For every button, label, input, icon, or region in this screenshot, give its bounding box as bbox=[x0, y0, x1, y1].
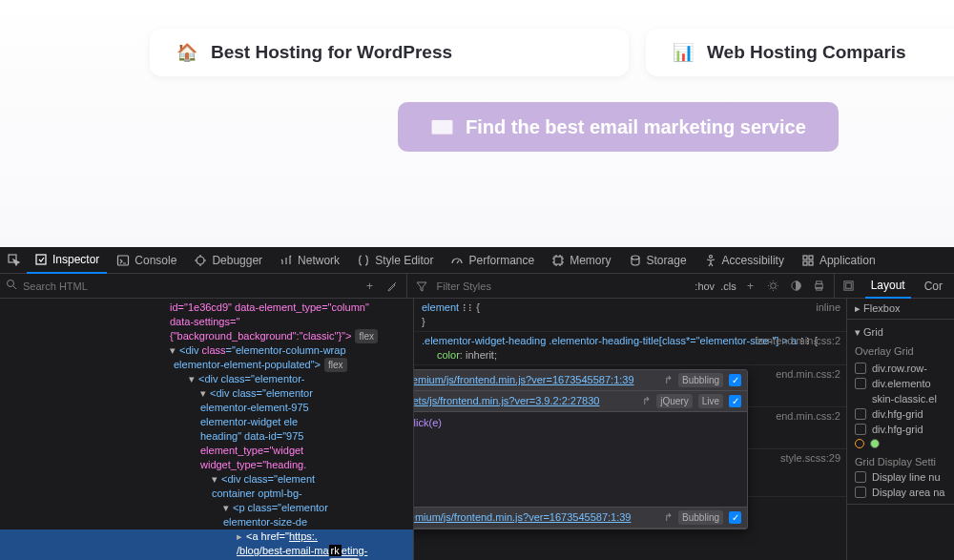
cls-toggle[interactable]: .cls bbox=[720, 280, 736, 292]
css-source[interactable]: frontend.min.css:2 bbox=[755, 334, 840, 348]
checkbox[interactable] bbox=[855, 487, 866, 498]
display-line-numbers[interactable]: Display line nu bbox=[855, 469, 946, 485]
enable-checkbox[interactable]: ✓ bbox=[729, 374, 741, 386]
pill-label: Best Hosting for WordPress bbox=[211, 42, 452, 63]
tab-storage[interactable]: Storage bbox=[621, 247, 695, 274]
css-property[interactable]: color bbox=[422, 349, 460, 361]
dom-text: widget_type="heading. bbox=[200, 459, 306, 470]
computed-tab[interactable]: Cor bbox=[919, 280, 948, 293]
live-badge: Live bbox=[698, 394, 723, 408]
dom-tree-pane[interactable]: id="1e36cd9" data-element_type="column" … bbox=[0, 299, 414, 560]
dom-text: elementor-column-wrap bbox=[236, 344, 346, 356]
goto-icon[interactable]: ↱ bbox=[664, 510, 673, 525]
flexbox-section[interactable]: ▸ Flexbox bbox=[855, 300, 901, 317]
event-row-click-2[interactable]: ▸click …per-premium/js/frontend.min.js?v… bbox=[414, 507, 747, 529]
section-label: Flexbox bbox=[863, 302, 901, 314]
tab-debugger[interactable]: Debugger bbox=[186, 247, 270, 274]
tab-console[interactable]: Console bbox=[109, 247, 184, 274]
selected-dom-node[interactable]: ▸<a href="https:. bbox=[0, 529, 413, 544]
eyedropper-button[interactable] bbox=[384, 278, 401, 295]
dom-text: element_type="widget bbox=[200, 445, 303, 456]
dom-text: heading" data-id="975 bbox=[200, 430, 303, 442]
event-source[interactable]: …per-premium/js/frontend.min.js?ver=1673… bbox=[414, 510, 658, 525]
dom-text: class bbox=[202, 344, 226, 356]
goto-icon[interactable]: ↱ bbox=[664, 373, 673, 387]
dom-text: <div class="elementor bbox=[210, 387, 313, 399]
light-dark-button[interactable] bbox=[765, 278, 782, 295]
hosting-wordpress-button[interactable]: 🏠 Best Hosting for WordPress bbox=[150, 29, 629, 76]
tab-network[interactable]: Network bbox=[272, 247, 347, 274]
checkbox[interactable] bbox=[855, 363, 866, 374]
tab-inspector[interactable]: Inspector bbox=[27, 247, 107, 274]
grid-overlay-item[interactable]: div.hfg-grid bbox=[855, 406, 946, 422]
hosting-comparison-button[interactable]: 📊 Web Hosting Comparis bbox=[646, 29, 954, 76]
layout-tab[interactable]: Layout bbox=[865, 274, 911, 299]
dom-text: container optml-bg- bbox=[212, 487, 302, 499]
display-area-names[interactable]: Display area na bbox=[855, 485, 946, 500]
event-source[interactable]: …tor/assets/js/frontend.min.js?ver=3.9.2… bbox=[414, 394, 636, 408]
checkbox[interactable] bbox=[855, 424, 866, 435]
styles-pane[interactable]: inline element ⫶⫶ { } frontend.min.css:2… bbox=[414, 299, 847, 560]
tab-memory[interactable]: Memory bbox=[544, 247, 618, 274]
item-label: div.elemento bbox=[872, 378, 931, 389]
tab-style-editor[interactable]: Style Editor bbox=[349, 247, 441, 274]
add-element-button[interactable]: + bbox=[361, 278, 378, 295]
enable-checkbox[interactable]: ✓ bbox=[729, 395, 741, 407]
email-marketing-cta[interactable]: ✉️ Find the best email marketing service bbox=[398, 102, 839, 152]
css-source[interactable]: style.scss:29 bbox=[780, 451, 840, 466]
css-value[interactable]: inherit bbox=[466, 349, 494, 361]
item-label: div.hfg-grid bbox=[872, 408, 923, 420]
svg-rect-8 bbox=[809, 256, 813, 259]
grid-overlay-item[interactable]: div.row.row- bbox=[855, 361, 946, 376]
flex-badge[interactable]: flex bbox=[355, 329, 378, 343]
jquery-badge: jQuery bbox=[656, 394, 692, 408]
event-row-auxclick[interactable]: ▸auxclick …-premium/js/frontend.min.js?v… bbox=[414, 370, 747, 391]
svg-point-3 bbox=[197, 257, 204, 264]
page-background: 🏠 Best Hosting for WordPress 📊 Web Hosti… bbox=[0, 0, 954, 247]
css-selector: .elementor-widget-heading .elementor-hea… bbox=[422, 335, 797, 346]
dom-text: ⫶⫶ bbox=[462, 301, 473, 313]
grid-overlay-item[interactable]: div.hfg-grid bbox=[855, 422, 946, 437]
tab-accessibility[interactable]: Accessibility bbox=[696, 247, 792, 274]
flex-badge[interactable]: flex bbox=[324, 358, 347, 372]
css-source[interactable]: end.min.css:2 bbox=[776, 409, 840, 424]
filter-styles-input[interactable] bbox=[436, 280, 689, 292]
tab-performance[interactable]: Performance bbox=[443, 247, 542, 274]
css-source[interactable]: inline bbox=[816, 301, 840, 315]
search-html-input[interactable] bbox=[23, 280, 355, 292]
enable-checkbox[interactable]: ✓ bbox=[729, 511, 741, 524]
svg-point-5 bbox=[632, 256, 639, 259]
color-dot-icon[interactable] bbox=[870, 439, 880, 448]
checkbox[interactable] bbox=[855, 408, 866, 420]
svg-rect-1 bbox=[36, 255, 46, 264]
color-dot-icon[interactable] bbox=[855, 439, 864, 448]
checkbox[interactable] bbox=[855, 471, 866, 483]
goto-icon[interactable]: ↱ bbox=[642, 394, 651, 408]
add-rule-button[interactable]: + bbox=[742, 278, 759, 295]
dom-text: elementor-size-de bbox=[223, 516, 307, 528]
dom-text: {"background_background":"classic"}"> bbox=[170, 330, 351, 342]
item-label: Display line nu bbox=[872, 471, 941, 483]
checkbox[interactable] bbox=[855, 378, 866, 389]
element-picker-button[interactable] bbox=[4, 247, 25, 274]
event-source[interactable]: …-premium/js/frontend.min.js?ver=1673545… bbox=[414, 373, 658, 387]
svg-point-11 bbox=[8, 280, 14, 287]
grid-overlay-item[interactable]: div.elemento bbox=[855, 376, 946, 391]
filter-icon bbox=[413, 278, 430, 295]
event-row-click[interactable]: ▾click …tor/assets/js/frontend.min.js?ve… bbox=[414, 391, 747, 412]
devtools-tabs: Inspector Console Debugger Network Style… bbox=[0, 247, 954, 274]
hov-toggle[interactable]: :hov bbox=[695, 280, 715, 292]
search-match: rk bbox=[329, 545, 342, 556]
css-selector: element bbox=[422, 301, 459, 313]
tab-label: Application bbox=[819, 254, 876, 267]
tab-label: Style Editor bbox=[375, 254, 433, 267]
grid-section[interactable]: ▾ Grid bbox=[855, 323, 946, 342]
tab-application[interactable]: Application bbox=[794, 247, 883, 274]
print-button[interactable] bbox=[811, 278, 828, 295]
contrast-button[interactable] bbox=[788, 278, 805, 295]
layout-pane[interactable]: ▸ Flexbox ▾ Grid Overlay Grid div.row.ro… bbox=[847, 299, 954, 560]
dom-text: data-settings=" bbox=[170, 316, 239, 327]
css-source[interactable]: end.min.css:2 bbox=[776, 367, 840, 382]
bubbling-badge: Bubbling bbox=[678, 510, 723, 525]
cta-label: Find the best email marketing service bbox=[466, 116, 806, 138]
